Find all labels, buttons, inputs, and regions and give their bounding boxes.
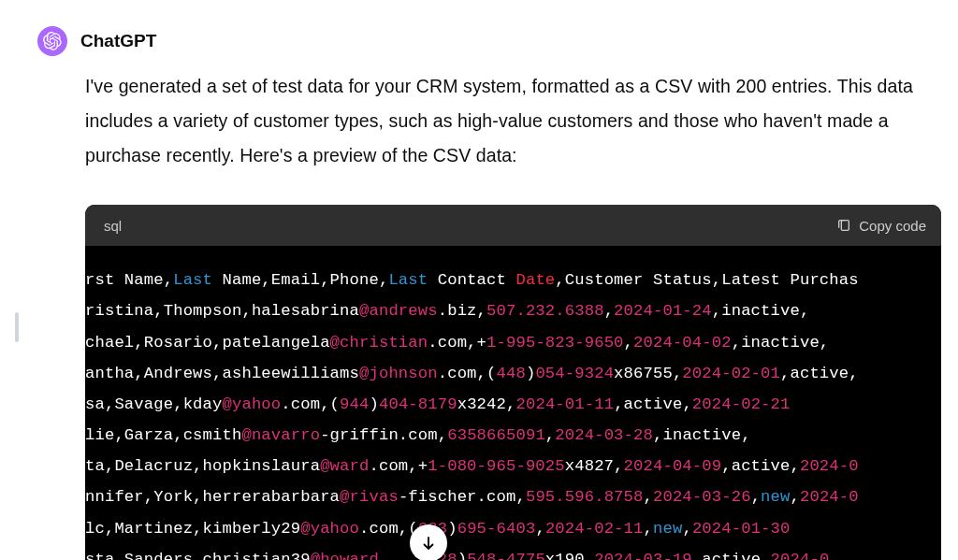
assistant-message: ChatGPT I've generated a set of test dat…	[0, 0, 958, 560]
svg-rect-0	[842, 221, 849, 231]
sender-name: ChatGPT	[80, 31, 156, 51]
code-header: sql Copy code	[85, 205, 941, 246]
copy-code-button[interactable]: Copy code	[836, 218, 926, 234]
clipboard-icon	[836, 218, 851, 233]
code-block: sql Copy code rst Name,Last Name,Email,P…	[85, 205, 941, 560]
copy-code-label: Copy code	[859, 218, 926, 234]
scroll-to-bottom-button[interactable]	[410, 524, 447, 560]
code-language: sql	[104, 218, 122, 234]
code-line: lc,Martinez,kimberly29@yahoo.com,(683)69…	[85, 513, 941, 544]
code-line: nnifer,York,herrerabarbara@rivas-fischer…	[85, 481, 941, 512]
code-line: lie,Garza,csmith@navarro-griffin.com,635…	[85, 420, 941, 451]
scroll-handle[interactable]	[15, 312, 19, 342]
code-line: chael,Rosario,patelangela@christian.com,…	[85, 327, 941, 358]
assistant-avatar	[37, 26, 67, 56]
message-text: I've generated a set of test data for yo…	[85, 69, 941, 173]
code-line: ta,Delacruz,hopkinslaura@ward.com,+1-080…	[85, 451, 941, 481]
code-line: rst Name,Last Name,Email,Phone,Last Cont…	[85, 265, 941, 295]
code-line: antha,Andrews,ashleewilliams@johnson.com…	[85, 358, 941, 389]
message-header: ChatGPT	[37, 26, 941, 56]
code-content[interactable]: rst Name,Last Name,Email,Phone,Last Cont…	[85, 246, 941, 560]
code-line: sta,Sanders,christian39@howard. (728)548…	[85, 544, 941, 560]
openai-logo-icon	[43, 32, 62, 50]
code-line: sa,Savage,kday@yahoo.com,(944)404-8179x3…	[85, 389, 941, 420]
code-line: ristina,Thompson,halesabrina@andrews.biz…	[85, 295, 941, 326]
arrow-down-icon	[420, 535, 437, 552]
